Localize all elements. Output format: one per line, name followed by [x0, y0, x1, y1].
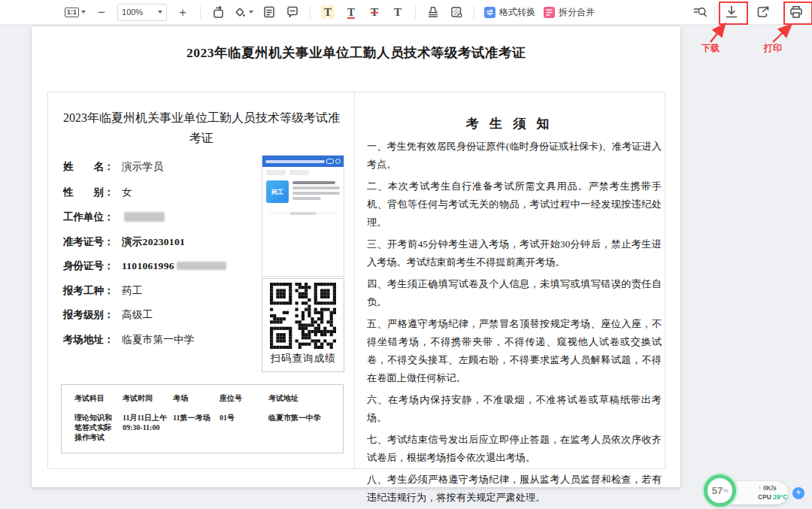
field-label: 报考工种：	[63, 284, 122, 298]
app-result-card: 药工	[262, 178, 344, 205]
field-label: 考场地址：	[63, 333, 122, 347]
underline-text-icon: T	[344, 5, 358, 20]
document-title: 2023年临夏州机关事业单位工勤人员技术等级考试准考证	[32, 44, 680, 62]
app-close-icon	[335, 159, 341, 164]
field-label: 身份证号：	[63, 259, 122, 273]
separator	[714, 6, 715, 19]
app-screenshot-thumbnail: 药工	[262, 155, 344, 277]
monitor-stats: ↑ 0K/s CPU 29°C	[758, 483, 787, 501]
admission-ticket-card: 2023年临夏州机关事业单位工勤人员技术等级考试准考证 姓 名： 演示学员 性 …	[47, 92, 665, 469]
separator	[310, 6, 311, 19]
separator	[474, 6, 474, 19]
qr-code-box: 扫码查询成绩	[262, 278, 344, 372]
text-icon: T	[391, 5, 404, 20]
field-value: 临夏市第一中学	[122, 333, 195, 347]
zoom-in-button[interactable]: +	[175, 3, 190, 21]
insert-text-button[interactable]: T	[390, 3, 405, 21]
percent-sign: %	[723, 487, 728, 494]
text-strikethrough-button[interactable]: T	[367, 3, 382, 21]
field-value: 演示20230101	[122, 235, 185, 249]
split-merge-button[interactable]: 拆分合并	[544, 6, 595, 19]
field-value: 女	[122, 186, 132, 199]
field-row-venue: 考场地址： 临夏市第一中学	[63, 333, 195, 346]
note-icon	[262, 5, 276, 19]
ticket-heading: 2023年临夏州机关事业单位工勤人员技术等级考试准考证	[59, 108, 344, 148]
strikethrough-text-icon: T	[368, 5, 381, 20]
table-cell: 11月11日上午09:30-11:00	[123, 413, 173, 442]
rotate-page-button[interactable]	[211, 3, 226, 21]
field-row-idnumber: 身份证号： 1101061996	[63, 259, 226, 272]
cpu-temperature: 29°C	[773, 493, 787, 501]
print-highlight-box	[783, 2, 812, 25]
table-header: 考试地址	[268, 393, 336, 403]
notice-item: 五、严格遵守考场纪律，严禁冒名顶替按规定考场、座位入座，不得坐错考场，不得携带夹…	[367, 315, 662, 387]
field-value: 高级工	[122, 308, 153, 322]
text-underline-button[interactable]: T	[344, 3, 359, 21]
app-badge: 药工	[266, 180, 289, 203]
notice-list: 一、考生凭有效居民身份证原件(临时身份证或社保卡)、准考证进入考点。 二、本次考…	[367, 138, 662, 509]
table-cell: 理论知识和笔答式实际操作考试	[74, 413, 123, 442]
notice-item: 七、考试结束信号发出后应立即停止答题，在监考人员依次序收齐试卷后，根据考场指令依…	[367, 431, 662, 467]
pdf-page[interactable]: 2023年临夏州机关事业单位工勤人员技术等级考试准考证 2023年临夏州机关事业…	[32, 26, 680, 487]
app-text-placeholder	[292, 180, 340, 203]
chevron-down-icon	[158, 11, 162, 14]
schedule-table: 考试科目 考试时间 考场 座位号 考试地址 理论知识和笔答式实际操作考试 11月…	[61, 384, 344, 453]
export-icon	[756, 5, 771, 20]
zoom-out-button[interactable]: −	[94, 3, 109, 21]
table-header-row: 考试科目 考试时间 考场 座位号 考试地址	[74, 393, 343, 403]
field-row-name: 姓 名： 演示学员	[63, 160, 163, 173]
note-button[interactable]	[262, 3, 277, 21]
export-button[interactable]	[756, 3, 771, 21]
separator	[200, 6, 201, 19]
search-icon	[692, 5, 707, 20]
search-button[interactable]	[692, 3, 707, 21]
comment-icon	[286, 5, 299, 19]
zoom-level-value: 100%	[122, 8, 143, 17]
notice-item: 四、考生须正确填写试卷及个人信息，未填写或填写错误的责任自负。	[367, 275, 662, 311]
comment-button[interactable]	[285, 3, 300, 21]
notice-heading: 考 生 须 知	[354, 115, 665, 132]
field-row-trade: 报考工种： 药工	[63, 284, 143, 297]
notice-item: 一、考生凭有效居民身份证原件(临时身份证或社保卡)、准考证进入考点。	[367, 138, 662, 174]
field-label: 姓 名：	[63, 160, 122, 174]
monitor-expand-button[interactable]: +	[792, 487, 804, 499]
notice-item: 二、本次考试考生自行准备考试所需文具用品。严禁考生携带手机、背包等任何与考试无关…	[367, 177, 662, 232]
format-convert-button[interactable]: 格式转换	[484, 6, 535, 19]
cpu-label: CPU	[758, 493, 771, 501]
format-convert-icon	[484, 7, 495, 18]
watermark-icon	[450, 5, 463, 19]
paint-bucket-icon	[234, 6, 246, 18]
field-value: 演示学员	[122, 160, 163, 174]
split-merge-icon	[544, 7, 555, 18]
field-row-workunit: 工作单位：	[63, 211, 165, 223]
zoom-level-select[interactable]: 100%	[117, 4, 167, 21]
table-header: 考试时间	[123, 393, 173, 403]
table-header: 座位号	[220, 393, 268, 403]
table-header: 考试科目	[74, 393, 123, 403]
memory-percent: 57	[712, 485, 723, 496]
download-highlight-box	[719, 2, 748, 25]
actual-size-button[interactable]: 1:1	[65, 3, 86, 21]
memory-usage-ring[interactable]: 57%	[704, 474, 736, 507]
fill-color-button[interactable]	[234, 3, 253, 21]
text-highlight-button[interactable]: T	[320, 3, 335, 21]
table-cell: 01号	[220, 413, 268, 442]
field-label: 报考级别：	[63, 308, 122, 322]
field-label: 工作单位：	[63, 211, 122, 224]
upload-arrow-icon: ↑	[758, 484, 762, 492]
table-cell: 11第一考场	[173, 413, 220, 442]
table-cell: 临夏市第一中学	[268, 413, 336, 442]
minus-icon: −	[98, 6, 105, 19]
field-label: 准考证号：	[63, 235, 122, 249]
qr-caption: 扫码查询成绩	[262, 352, 344, 365]
chevron-down-icon	[81, 11, 86, 14]
net-speed: 0K/s	[763, 484, 777, 492]
app-title-placeholder	[265, 160, 325, 163]
field-value: 1101061996	[122, 260, 174, 272]
rotate-icon	[211, 5, 226, 20]
split-merge-label: 拆分合并	[559, 6, 595, 19]
stamp-button[interactable]	[426, 3, 441, 21]
watermark-button[interactable]	[449, 3, 464, 21]
app-filter-chips	[262, 167, 344, 178]
format-convert-label: 格式转换	[499, 6, 535, 19]
